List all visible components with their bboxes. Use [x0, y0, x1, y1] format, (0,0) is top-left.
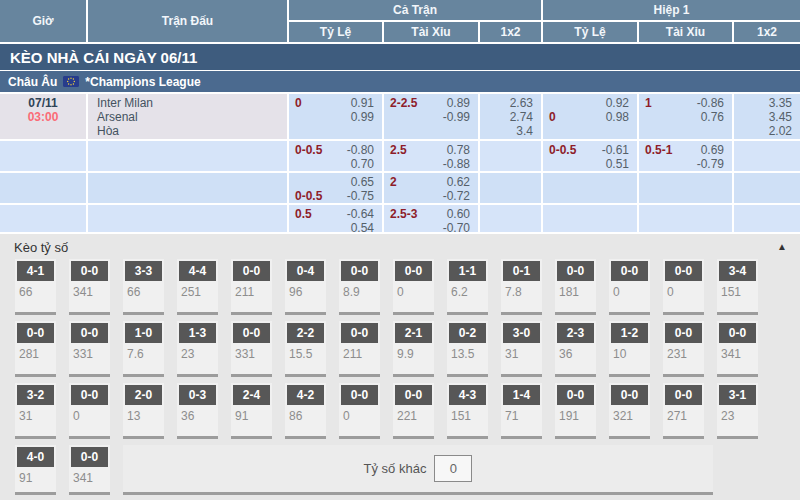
full-time-1x2-cell[interactable] — [480, 205, 541, 232]
score-box[interactable]: 0-0331 — [69, 321, 110, 377]
score-box[interactable]: 1-07.6 — [123, 321, 164, 377]
score-odds: 341 — [69, 467, 110, 485]
first-half-handicap-cell[interactable] — [543, 205, 637, 232]
score-box[interactable]: 3-366 — [123, 259, 164, 315]
score-box[interactable]: 0-0181 — [555, 259, 596, 315]
correct-score-title: Kèo tỷ số — [14, 240, 68, 255]
score-box[interactable]: 0-0331 — [231, 321, 272, 377]
score-odds: 0 — [393, 281, 434, 299]
league-region: Châu Âu — [8, 75, 57, 89]
full-time-overunder-cell[interactable]: 2-2.50.89-0.99 — [384, 94, 478, 139]
score-box[interactable]: 4-4251 — [177, 259, 218, 315]
score-box[interactable]: 1-16.2 — [447, 259, 488, 315]
score-box[interactable]: 0-0341 — [69, 259, 110, 315]
first-half-1x2-cell[interactable] — [734, 205, 800, 232]
score-box[interactable]: 0-0271 — [663, 383, 704, 439]
first-half-1x2-cell[interactable] — [734, 173, 800, 203]
score-box[interactable]: 4-286 — [285, 383, 326, 439]
handicap-line: 0.5 — [295, 207, 312, 221]
score-box[interactable]: 0-00 — [663, 259, 704, 315]
score-box[interactable]: 0-00 — [69, 383, 110, 439]
full-time-handicap-cell[interactable]: 0.650-0.5-0.75 — [289, 173, 382, 203]
odds-value: 0.91 — [351, 96, 374, 110]
score-odds: 341 — [717, 343, 758, 361]
score-box[interactable]: 3-4151 — [717, 259, 758, 315]
score-box[interactable]: 3-031 — [501, 321, 542, 377]
score-box[interactable]: 1-210 — [609, 321, 650, 377]
score-box[interactable]: 0-0211 — [339, 321, 380, 377]
score-label: 2-1 — [395, 323, 432, 343]
score-box[interactable]: 3-231 — [15, 383, 56, 439]
first-half-1x2-cell[interactable]: 3.353.452.02 — [734, 94, 800, 139]
column-header-match: Trận Đấu — [88, 0, 287, 42]
full-time-1x2-cell[interactable]: 2.632.743.4 — [480, 94, 541, 139]
score-box[interactable]: 0-0341 — [717, 321, 758, 377]
first-half-overunder-cell[interactable]: 1-0.860.76 — [639, 94, 732, 139]
score-label: 0-0 — [341, 261, 378, 281]
handicap-line: 0-0.5 — [295, 143, 322, 157]
handicap-line: 0-0.5 — [549, 143, 576, 157]
score-row: 3-2310-002-0130-3362-4914-2860-000-02214… — [0, 383, 800, 439]
first-half-handicap-cell[interactable]: 0-0.5-0.610.51 — [543, 141, 637, 171]
score-box[interactable]: 0-0341 — [69, 445, 110, 495]
score-box[interactable]: 2-013 — [123, 383, 164, 439]
other-score-input[interactable] — [434, 455, 472, 482]
score-box[interactable]: 0-213.5 — [447, 321, 488, 377]
score-label: 0-0 — [665, 261, 702, 281]
betting-page: Giờ Trận Đấu Cả Trận Hiệp 1 Tỷ Lệ Tài Xỉ… — [0, 0, 800, 500]
score-box[interactable]: 0-0191 — [555, 383, 596, 439]
score-box[interactable]: 1-471 — [501, 383, 542, 439]
score-box[interactable]: 0-17.8 — [501, 259, 542, 315]
score-box[interactable]: 2-215.5 — [285, 321, 326, 377]
odds-value: -0.70 — [443, 221, 470, 232]
odds-value: 0.76 — [701, 110, 724, 124]
full-time-handicap-cell[interactable]: 00.910.99 — [289, 94, 382, 139]
score-box[interactable]: 4-166 — [15, 259, 56, 315]
score-label: 4-2 — [287, 385, 324, 405]
score-box[interactable]: 2-491 — [231, 383, 272, 439]
score-box[interactable]: 0-0211 — [231, 259, 272, 315]
score-box[interactable]: 0-08.9 — [339, 259, 380, 315]
first-half-1x2-cell[interactable] — [734, 141, 800, 171]
score-box[interactable]: 0-00 — [339, 383, 380, 439]
score-box[interactable]: 0-0321 — [609, 383, 650, 439]
score-label: 0-0 — [71, 323, 108, 343]
league-header[interactable]: Châu Âu *Champions League — [0, 71, 800, 92]
score-box[interactable]: 0-336 — [177, 383, 218, 439]
first-half-overunder-cell[interactable] — [639, 205, 732, 232]
full-time-overunder-cell[interactable]: 2.50.78-0.88 — [384, 141, 478, 171]
score-row: 4-1660-03413-3664-42510-02110-4960-08.90… — [0, 259, 800, 315]
score-box[interactable]: 3-123 — [717, 383, 758, 439]
correct-score-header[interactable]: Kèo tỷ số ▲ — [0, 234, 800, 259]
score-box[interactable]: 0-00 — [393, 259, 434, 315]
full-time-overunder-cell[interactable]: 20.62-0.72 — [384, 173, 478, 203]
score-box[interactable]: 4-3151 — [447, 383, 488, 439]
score-odds: 211 — [231, 281, 272, 299]
full-time-handicap-cell[interactable]: 0-0.5-0.800.70 — [289, 141, 382, 171]
full-time-1x2-cell[interactable] — [480, 173, 541, 203]
score-box[interactable]: 4-091 — [15, 445, 56, 495]
score-box[interactable]: 1-323 — [177, 321, 218, 377]
score-box[interactable]: 2-19.9 — [393, 321, 434, 377]
score-box[interactable]: 0-0281 — [15, 321, 56, 377]
column-header-h1-handicap: Tỷ Lệ — [543, 22, 637, 42]
full-time-handicap-cell[interactable]: 0.5-0.640.54 — [289, 205, 382, 232]
match-teams-cell — [88, 205, 287, 232]
score-box[interactable]: 0-00 — [609, 259, 650, 315]
score-box[interactable]: 0-0221 — [393, 383, 434, 439]
score-box[interactable]: 0-0231 — [663, 321, 704, 377]
first-half-handicap-cell[interactable]: 0.9200.98 — [543, 94, 637, 139]
first-half-overunder-cell[interactable]: 0.5-10.69-0.79 — [639, 141, 732, 171]
score-odds: 10 — [609, 343, 650, 361]
collapse-chevron-up-icon[interactable]: ▲ — [777, 241, 787, 252]
full-time-overunder-cell[interactable]: 2.5-30.60-0.70 — [384, 205, 478, 232]
score-odds: 7.8 — [501, 281, 542, 299]
score-box[interactable]: 0-496 — [285, 259, 326, 315]
column-header-ft-handicap: Tỷ Lệ — [289, 22, 382, 42]
full-time-1x2-cell[interactable] — [480, 141, 541, 171]
first-half-handicap-cell[interactable] — [543, 173, 637, 203]
first-half-overunder-cell[interactable] — [639, 173, 732, 203]
score-label: 0-0 — [611, 385, 648, 405]
score-box[interactable]: 2-336 — [555, 321, 596, 377]
match-teams-cell[interactable]: Inter MilanArsenalHòa — [88, 94, 287, 139]
